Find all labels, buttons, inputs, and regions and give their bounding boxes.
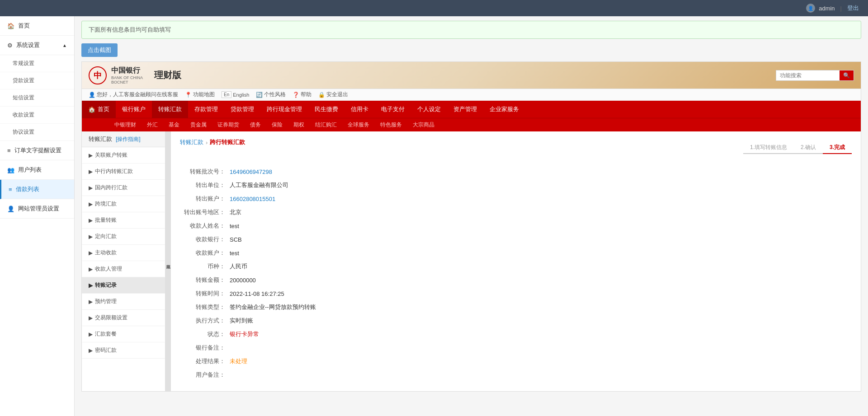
transfer-menu-password-label: 密码汇款 (95, 346, 117, 354)
english-link[interactable]: En English (222, 91, 249, 98)
bank-nav-transfer[interactable]: 转账汇款 (152, 101, 188, 118)
tri-icon-10: ▶ (89, 315, 93, 321)
transfer-details: 转账批次号： 1649606947298 转出单位： 人工客服金融有限公司 转出… (180, 168, 852, 379)
sidebar-item-home[interactable]: 🏠 首页 (0, 16, 74, 36)
bank-sub-fund[interactable]: 基金 (163, 118, 185, 131)
bank-nav-home[interactable]: 🏠 首页 (82, 101, 116, 118)
sidebar-item-loan-list[interactable]: ≡ 借款列表 (0, 180, 74, 199)
logout-link[interactable]: 登出 (847, 4, 859, 12)
detail-time: 转账时间： 2022-11-08 16:27:25 (180, 290, 852, 298)
bank-nav-personal[interactable]: 个人设定 (411, 101, 447, 118)
bank-sub-commodity[interactable]: 大宗商品 (407, 118, 440, 131)
transfer-menu-package[interactable]: ▶ 汇款套餐 (82, 326, 165, 342)
detail-method: 执行方式： 实时到账 (180, 317, 852, 325)
map-text: 功能地图 (193, 91, 215, 98)
detail-account-out: 转出账户： 16602808015501 (180, 195, 852, 203)
info-banner: 下面所有信息条目均可自助填写 (81, 21, 861, 39)
detail-currency: 币种： 人民币 (180, 262, 852, 271)
time-value: 2022-11-08 16:27:25 (230, 290, 284, 297)
tri-icon-9: ▶ (89, 299, 93, 305)
transfer-menu-cross-border[interactable]: ▶ 跨境汇款 (82, 196, 165, 212)
detail-batch-no: 转账批次号： 1649606947298 (180, 168, 852, 176)
sidebar-item-collection-settings[interactable]: 收款设置 (0, 107, 74, 124)
sidebar-item-general-settings[interactable]: 常规设置 (0, 55, 74, 72)
bank-sub-settlement[interactable]: 结汇购汇 (310, 118, 342, 131)
bank-nav-civil[interactable]: 民生缴费 (308, 101, 344, 118)
batch-no-value[interactable]: 1649606947298 (230, 168, 272, 175)
transfer-menu-domestic-cross[interactable]: ▶ 国内跨行汇款 (82, 180, 165, 196)
tri-icon-6: ▶ (89, 250, 93, 256)
transfer-menu-boc-internal[interactable]: ▶ 中行内转账汇款 (82, 164, 165, 180)
bank-sub-futures[interactable]: 证券期货 (212, 118, 245, 131)
sidebar-item-site-admin[interactable]: 👤 网站管理员设置 (0, 199, 74, 219)
tri-icon-1: ▶ (89, 168, 93, 175)
bank-nav-cross-cash[interactable]: 跨行现金管理 (260, 101, 308, 118)
time-label: 转账时间： (180, 290, 225, 298)
map-link[interactable]: 📍 功能地图 (185, 91, 215, 98)
bank-nav-epay[interactable]: 电子支付 (375, 101, 411, 118)
sidebar-item-order-text[interactable]: ≡ 订单文字提醒设置 (0, 141, 74, 160)
list-icon: ≡ (7, 147, 11, 154)
help-icon: ❓ (292, 92, 299, 98)
sidebar-item-loan-label: 借款列表 (16, 185, 39, 193)
transfer-menu-active-collect[interactable]: ▶ 主动收款 (82, 245, 165, 261)
account-out-value[interactable]: 16602808015501 (230, 196, 275, 202)
step-2: 2.确认 (794, 142, 823, 154)
transfer-menu-directed[interactable]: ▶ 定向汇款 (82, 229, 165, 245)
transfer-menu-password[interactable]: ▶ 密码汇款 (82, 342, 165, 359)
top-bar: 👤 admin | 登出 (0, 0, 868, 16)
person-nav-icon: 👤 (89, 92, 95, 98)
transfer-menu-linked[interactable]: ▶ 关联账户转账 (82, 147, 165, 164)
transfer-menu-payee-label: 收款人管理 (95, 265, 122, 273)
sidebar-item-user-list[interactable]: 👥 用户列表 (0, 160, 74, 180)
en-btn[interactable]: En (222, 91, 231, 98)
detail-payee-account: 收款账户： test (180, 249, 852, 257)
help-text: 帮助 (301, 91, 311, 98)
transfer-menu-records[interactable]: ▶ 转账记录 (82, 277, 165, 294)
logout-bank-link[interactable]: 🔒 安全退出 (318, 91, 348, 98)
method-label: 执行方式： (180, 317, 225, 325)
logout-bank-text: 安全退出 (326, 91, 348, 98)
home-icon: 🏠 (7, 23, 14, 29)
sidebar-item-protocol-settings[interactable]: 协议设置 (0, 124, 74, 141)
transfer-menu-limit[interactable]: ▶ 交易限额设置 (82, 310, 165, 326)
bank-search-input[interactable] (776, 70, 840, 80)
bank-sub-options[interactable]: 期权 (288, 118, 310, 131)
breadcrumb-parent[interactable]: 转账汇款 (180, 138, 203, 146)
bank-nav-deposit[interactable]: 存款管理 (188, 101, 224, 118)
info-banner-text: 下面所有信息条目均可自助填写 (89, 26, 171, 33)
lock-icon: 🔒 (318, 92, 325, 98)
bank-nav-bank-account[interactable]: 银行账户 (116, 101, 152, 118)
bank-sub-bocwealth[interactable]: 中银理财 (109, 118, 142, 131)
style-link[interactable]: 🔄 个性风格 (256, 91, 286, 98)
bank-sub-global[interactable]: 全球服务 (342, 118, 375, 131)
bank-nav-asset[interactable]: 资产管理 (447, 101, 483, 118)
help-link[interactable]: ❓ 帮助 (292, 91, 311, 98)
payee-bank-value: SCB (230, 236, 242, 243)
bank-nav-credit[interactable]: 信用卡 (344, 101, 375, 118)
sidebar-item-system-settings[interactable]: ⚙ 系统设置 ▲ (0, 36, 74, 55)
bank-sub-bonds[interactable]: 债务 (245, 118, 266, 131)
bank-sub-forex[interactable]: 外汇 (142, 118, 163, 131)
transfer-menu-reservation[interactable]: ▶ 预约管理 (82, 294, 165, 310)
transfer-menu-payee-mgmt[interactable]: ▶ 收款人管理 (82, 261, 165, 277)
bank-nav-loan[interactable]: 贷款管理 (224, 101, 260, 118)
detail-result: 处理结果： 未处理 (180, 357, 852, 365)
screenshot-button[interactable]: 点击截图 (81, 43, 118, 57)
bank-sub-insurance[interactable]: 保险 (266, 118, 288, 131)
bank-search-button[interactable]: 🔍 (840, 70, 854, 80)
bank-sub-special[interactable]: 特色服务 (375, 118, 407, 131)
transfer-menu-boc-label: 中行内转账汇款 (95, 168, 133, 175)
bank-nav-enterprise[interactable]: 企业家服务 (483, 101, 525, 118)
tri-icon-12: ▶ (89, 347, 93, 354)
transfer-menu-batch[interactable]: ▶ 批量转账 (82, 212, 165, 229)
bank-sub-gold[interactable]: 贵金属 (185, 118, 212, 131)
step-3: 3.完成 (823, 142, 852, 154)
sidebar-item-sms-settings[interactable]: 短信设置 (0, 89, 74, 107)
bank-name-en2-text: BOCNET (111, 80, 143, 84)
menu-collapse-handle[interactable]: 隐藏菜单 (165, 131, 171, 391)
service-link[interactable]: 👤 您好，人工客服金融顾问在线客服 (89, 91, 178, 98)
sidebar-item-loan-settings[interactable]: 贷款设置 (0, 72, 74, 89)
transfer-menu-guide[interactable]: [操作指南] (116, 136, 141, 143)
amount-label: 转账金额： (180, 276, 225, 284)
